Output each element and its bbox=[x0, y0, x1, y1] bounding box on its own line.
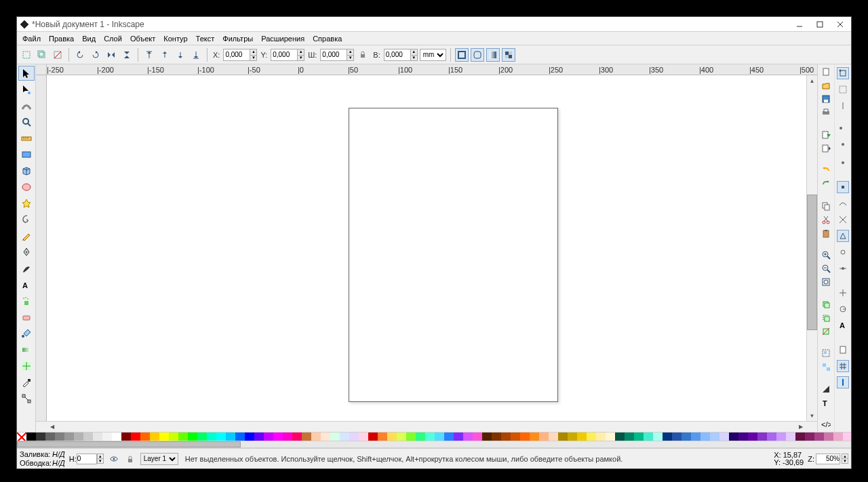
text-tool[interactable]: A bbox=[18, 277, 35, 292]
swatch[interactable] bbox=[197, 433, 207, 441]
swatch[interactable] bbox=[663, 433, 672, 441]
swatch[interactable] bbox=[397, 433, 406, 441]
selector-tool[interactable] bbox=[18, 66, 35, 81]
tweak-tool[interactable] bbox=[18, 98, 35, 113]
swatch[interactable] bbox=[549, 433, 558, 441]
vertical-ruler[interactable] bbox=[36, 75, 47, 421]
export-icon[interactable] bbox=[820, 144, 832, 153]
snap-smooth-icon[interactable] bbox=[837, 246, 849, 258]
import-icon[interactable] bbox=[820, 130, 832, 140]
zoom-in-icon[interactable] bbox=[820, 250, 832, 260]
snap-center-icon[interactable] bbox=[837, 287, 849, 299]
swatch[interactable] bbox=[824, 433, 833, 441]
dropper-tool[interactable] bbox=[18, 375, 35, 390]
swatch[interactable] bbox=[150, 433, 159, 441]
swatch[interactable] bbox=[596, 433, 606, 441]
swatch[interactable] bbox=[131, 433, 140, 441]
swatch[interactable] bbox=[568, 433, 577, 441]
gradient-tool[interactable] bbox=[18, 342, 35, 357]
swatch[interactable] bbox=[606, 433, 615, 441]
new-doc-icon[interactable] bbox=[820, 67, 832, 77]
rect-tool[interactable] bbox=[18, 147, 35, 162]
group-icon[interactable] bbox=[820, 348, 832, 358]
menu-layer[interactable]: Слой bbox=[100, 33, 126, 44]
lower-button[interactable] bbox=[174, 48, 187, 62]
swatch[interactable] bbox=[406, 433, 416, 441]
swatch[interactable] bbox=[435, 433, 444, 441]
swatch[interactable] bbox=[615, 433, 625, 441]
menu-edit[interactable]: Правка bbox=[45, 33, 78, 44]
swatch[interactable] bbox=[74, 433, 83, 441]
swatch[interactable] bbox=[245, 433, 254, 441]
swatch[interactable] bbox=[17, 433, 26, 441]
swatch[interactable] bbox=[577, 433, 587, 441]
swatch[interactable] bbox=[359, 433, 368, 441]
snap-bbox-edge-mid-icon[interactable] bbox=[837, 140, 849, 153]
lock-wh-button[interactable] bbox=[356, 48, 370, 62]
y-spinbox[interactable]: ▲▼ bbox=[271, 49, 304, 61]
fill-value[interactable]: Н/Д bbox=[52, 450, 65, 458]
ellipse-tool[interactable] bbox=[18, 180, 35, 195]
swatch[interactable] bbox=[36, 433, 45, 441]
swatch[interactable] bbox=[425, 433, 435, 441]
stroke-value[interactable]: Н/Д bbox=[52, 459, 65, 467]
xml-editor-icon[interactable]: </> bbox=[820, 420, 832, 429]
zoom-input[interactable] bbox=[816, 454, 840, 464]
unit-select[interactable]: mm bbox=[420, 49, 446, 61]
node-tool[interactable] bbox=[18, 82, 35, 97]
palette-scrollbar[interactable] bbox=[17, 441, 851, 448]
swatch[interactable] bbox=[454, 433, 463, 441]
affect-corners-button[interactable] bbox=[471, 48, 484, 62]
swatch[interactable] bbox=[729, 433, 738, 441]
x-spinbox[interactable]: ▲▼ bbox=[223, 49, 257, 61]
ungroup-icon[interactable] bbox=[820, 362, 832, 371]
swatch[interactable] bbox=[767, 433, 776, 441]
snap-guide-icon[interactable] bbox=[837, 376, 849, 388]
minimize-button[interactable] bbox=[795, 20, 804, 28]
rotate-ccw-button[interactable] bbox=[73, 48, 87, 62]
swatch[interactable] bbox=[416, 433, 425, 441]
mesh-tool[interactable] bbox=[18, 359, 35, 374]
swatch[interactable] bbox=[530, 433, 539, 441]
swatch[interactable] bbox=[378, 433, 387, 441]
pencil-tool[interactable] bbox=[18, 228, 35, 243]
swatch[interactable] bbox=[701, 433, 710, 441]
lower-bottom-button[interactable] bbox=[189, 48, 203, 62]
horizontal-scrollbar[interactable]: ◀▶ bbox=[47, 421, 806, 432]
clone-icon[interactable] bbox=[820, 313, 832, 323]
snap-cusp-icon[interactable] bbox=[837, 230, 849, 242]
swatch[interactable] bbox=[710, 433, 719, 441]
snap-bbox-corner-icon[interactable] bbox=[837, 124, 849, 136]
snap-intersection-icon[interactable] bbox=[837, 214, 849, 226]
snap-bbox-icon[interactable] bbox=[837, 83, 849, 96]
swatch[interactable] bbox=[102, 433, 112, 441]
swatch[interactable] bbox=[795, 433, 805, 441]
swatch[interactable] bbox=[786, 433, 795, 441]
canvas[interactable] bbox=[47, 75, 806, 421]
swatch[interactable] bbox=[682, 433, 691, 441]
horizontal-ruler[interactable]: |-250|-200|-150|-100|-50|0|50|100|150|20… bbox=[47, 64, 817, 75]
fill-stroke-icon[interactable] bbox=[820, 384, 832, 394]
select-all-layers-button[interactable] bbox=[35, 48, 49, 62]
swatch[interactable] bbox=[539, 433, 549, 441]
snap-grid-icon[interactable] bbox=[837, 360, 849, 372]
star-tool[interactable] bbox=[18, 196, 35, 211]
paste-icon[interactable] bbox=[820, 228, 832, 238]
swatch[interactable] bbox=[254, 433, 264, 441]
swatch[interactable] bbox=[140, 433, 150, 441]
swatch[interactable] bbox=[64, 433, 74, 441]
flip-v-button[interactable] bbox=[120, 48, 134, 62]
open-icon[interactable] bbox=[820, 81, 832, 90]
affect-gradient-button[interactable] bbox=[486, 48, 500, 62]
snap-midpoint-icon[interactable] bbox=[837, 262, 849, 275]
snap-edge-icon[interactable] bbox=[837, 100, 849, 112]
swatch[interactable] bbox=[520, 433, 530, 441]
maximize-button[interactable] bbox=[816, 20, 824, 28]
vertical-scrollbar[interactable]: ▲▼ bbox=[806, 75, 817, 421]
swatch[interactable] bbox=[83, 433, 93, 441]
swatch[interactable] bbox=[463, 433, 473, 441]
swatch[interactable] bbox=[45, 433, 55, 441]
swatch[interactable] bbox=[387, 433, 397, 441]
swatch[interactable] bbox=[55, 433, 64, 441]
swatch[interactable] bbox=[93, 433, 102, 441]
